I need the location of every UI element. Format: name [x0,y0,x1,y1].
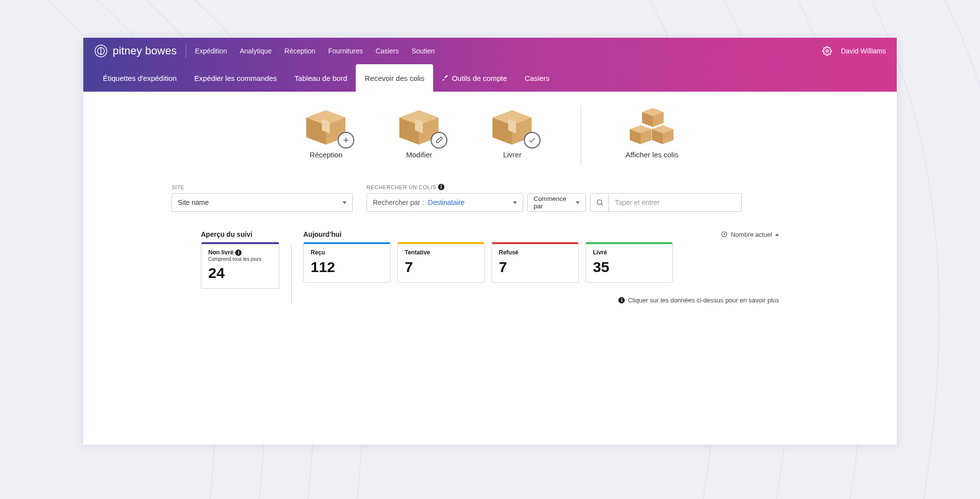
check-badge-icon [524,132,540,149]
stats-row: Aperçu du suivi Non livré i Comprend tou… [201,230,779,304]
action-afficher-colis[interactable]: Afficher les colis [625,105,678,159]
site-select-value: Site name [178,199,209,206]
action-divider [581,105,581,164]
chevron-down-icon [513,201,517,204]
chevron-up-icon [775,233,779,236]
brand-logo-icon [94,44,108,58]
search-by-select[interactable]: Rechercher par : Destinataire [367,193,523,212]
stat-card-attempted[interactable]: Tentative 7 [397,242,485,283]
stat-divider [291,244,292,304]
action-reception-label: Réception [310,150,343,159]
action-livrer[interactable]: Livrer [488,105,537,159]
top-nav-fournitures[interactable]: Fournitures [328,47,363,55]
top-nav: Expédition Analytique Réception Fournitu… [195,47,435,55]
brand[interactable]: pitney bowes [94,44,186,58]
tab-tableau-de-bord[interactable]: Tableau de bord [286,64,356,92]
content-area: Réception Modifier [83,92,897,445]
box-icon [488,105,537,145]
tab-recevoir-colis[interactable]: Recevoir des colis [356,64,433,92]
stat-card-not-delivered[interactable]: Non livré i Comprend tous les jours 24 [201,242,279,289]
search-field-group: RECHERCHER UN COLIS i Rechercher par : D… [367,184,742,212]
search-label: RECHERCHER UN COLIS i [367,184,742,190]
search-input[interactable] [609,199,741,206]
search-row: SITE Site name RECHERCHER UN COLIS i Rec… [113,184,867,212]
brand-name: pitney bowes [113,45,177,57]
svg-point-24 [597,200,601,204]
tracking-header: Aperçu du suivi [201,230,279,238]
today-col: Aujourd'hui Nombre actuel Reçu 112 [303,230,779,304]
stats-hint: i Cliquer sur les données ci-dessus pour… [303,297,779,304]
clock-icon [721,231,728,238]
search-icon[interactable] [590,194,609,211]
stats-area: Aperçu du suivi Non livré i Comprend tou… [113,230,867,304]
search-input-wrap [590,193,742,212]
info-icon[interactable]: i [438,184,444,190]
header-right: David Williams [822,46,886,56]
top-nav-expedition[interactable]: Expédition [195,47,227,55]
tab-casiers[interactable]: Casiers [516,64,559,92]
site-label: SITE [172,184,353,190]
tab-expedier-commandes[interactable]: Expédier les commandes [185,64,285,92]
current-count-toggle[interactable]: Nombre actuel [721,231,779,238]
top-nav-analytique[interactable]: Analytique [240,47,271,55]
box-icon [301,105,350,145]
user-name[interactable]: David Williams [841,47,886,55]
header-bar: pitney bowes Expédition Analytique Récep… [83,38,897,64]
top-nav-soutien[interactable]: Soutien [412,47,435,55]
box-icon [394,105,443,145]
tab-etiquettes[interactable]: Étiquettes d'expédition [94,64,185,92]
action-modifier[interactable]: Modifier [394,105,443,159]
svg-point-2 [826,50,829,52]
action-row: Réception Modifier [113,105,867,164]
chevron-down-icon [343,201,346,204]
action-modifier-label: Modifier [406,150,432,159]
app-window: pitney bowes Expédition Analytique Récep… [83,38,897,445]
tab-outils-compte[interactable]: Outils de compte [433,64,516,92]
today-header: Aujourd'hui [303,230,342,238]
action-livrer-label: Livrer [503,150,522,159]
info-icon: i [618,297,625,303]
info-icon[interactable]: i [235,250,242,256]
chevron-down-icon [576,201,580,204]
stat-card-received[interactable]: Reçu 112 [303,242,391,283]
plus-badge-icon [338,132,354,149]
edit-badge-icon [431,132,447,149]
action-reception[interactable]: Réception [301,105,350,159]
gear-icon[interactable] [822,46,832,56]
today-cards: Reçu 112 Tentative 7 Refusé 7 Livré [303,242,779,283]
stat-card-refused[interactable]: Refusé 7 [491,242,579,283]
sub-nav: Étiquettes d'expédition Expédier les com… [83,64,897,92]
tab-outils-compte-label: Outils de compte [452,74,507,82]
site-field: SITE Site name [172,184,353,212]
starts-with-select[interactable]: Commence par [527,193,586,212]
rocket-icon [442,75,449,81]
action-afficher-label: Afficher les colis [625,150,678,159]
top-nav-casiers[interactable]: Casiers [375,47,398,55]
stat-card-delivered[interactable]: Livré 35 [586,242,673,283]
tracking-col: Aperçu du suivi Non livré i Comprend tou… [201,230,279,289]
top-nav-reception[interactable]: Réception [285,47,316,55]
boxes-icon [627,105,676,145]
search-compound: Rechercher par : Destinataire Commence p… [367,193,742,212]
site-select[interactable]: Site name [172,193,353,212]
